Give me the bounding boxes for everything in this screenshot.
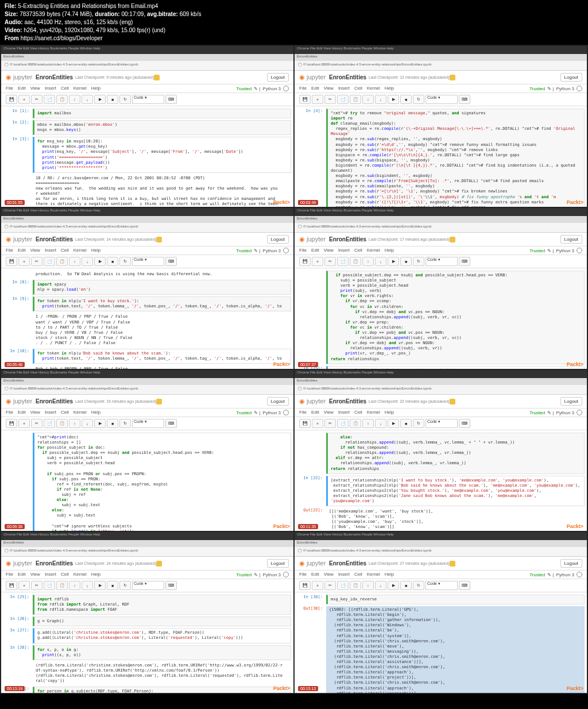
menu-file[interactable]: File	[6, 572, 13, 577]
add-cell-icon[interactable]: +	[312, 419, 323, 428]
up-icon[interactable]: ↑	[362, 419, 374, 428]
url-bar[interactable]: ◯ ⟳ localhost:8888/notebooks/video-4.5-e…	[295, 223, 587, 233]
stop-icon[interactable]: ■	[400, 95, 412, 104]
code-input[interactable]: [extract_relationships2(nlp('I want to b…	[326, 476, 585, 506]
up-icon[interactable]: ↑	[69, 419, 80, 428]
stop-icon[interactable]: ■	[400, 581, 412, 590]
down-icon[interactable]: ↓	[82, 257, 93, 266]
logout-button[interactable]: Logout	[560, 397, 582, 406]
logout-button[interactable]: Logout	[560, 73, 582, 82]
code-input[interactable]: import spacy nlp = spacy.load('en')	[33, 280, 291, 295]
save-icon[interactable]: 💾	[299, 419, 311, 428]
save-icon[interactable]: 💾	[6, 257, 17, 266]
menu-cell[interactable]: Cell	[61, 248, 69, 253]
menu-insert[interactable]: Insert	[338, 248, 350, 253]
cell-type-select[interactable]: Code ▾	[132, 581, 164, 590]
add-cell-icon[interactable]: +	[18, 419, 30, 428]
kernel-name[interactable]: Python 3	[262, 248, 281, 253]
code-cell[interactable]: In [15]:extract_relationships(nlp('I wan…	[297, 366, 585, 369]
menu-insert[interactable]: Insert	[45, 410, 56, 415]
up-icon[interactable]: ↑	[69, 257, 80, 266]
menu-help[interactable]: Help	[385, 572, 394, 577]
stop-icon[interactable]: ■	[400, 257, 412, 266]
cell-type-select[interactable]: Code ▾	[132, 419, 164, 428]
trusted-badge[interactable]: Trusted	[236, 248, 252, 253]
notebook-title[interactable]: EnronEntities	[329, 236, 366, 242]
add-cell-icon[interactable]: +	[312, 95, 323, 104]
browser-tabs[interactable]: EnronEntities	[295, 378, 587, 385]
paste-icon[interactable]: 📋	[350, 581, 361, 590]
cut-icon[interactable]: ✂	[324, 581, 336, 590]
menu-help[interactable]: Help	[91, 410, 100, 415]
browser-tabs[interactable]: EnronEntities	[1, 216, 293, 223]
menu-edit[interactable]: Edit	[18, 572, 26, 577]
restart-icon[interactable]: ↻	[119, 581, 131, 590]
run-icon[interactable]: ▶	[388, 419, 399, 428]
menu-kernel[interactable]: Kernel	[367, 86, 380, 91]
code-input[interactable]: for msg_key in msgs[10:20]: message = mb…	[33, 137, 291, 173]
menu-file[interactable]: File	[299, 86, 307, 91]
up-icon[interactable]: ↑	[69, 95, 80, 104]
menu-kernel[interactable]: Kernel	[74, 248, 87, 253]
copy-icon[interactable]: 📄	[44, 419, 55, 428]
browser-tabs[interactable]: EnronEntities	[295, 540, 587, 547]
add-cell-icon[interactable]: +	[312, 581, 323, 590]
code-cell[interactable]: In [9]:for token in nlp(u'I want to buy …	[3, 296, 291, 311]
down-icon[interactable]: ↓	[375, 95, 386, 104]
trusted-badge[interactable]: Trusted	[529, 572, 545, 577]
code-input[interactable]: "cmt"># try to remove "original message,…	[326, 109, 585, 207]
save-icon[interactable]: 💾	[6, 419, 17, 428]
menu-help[interactable]: Help	[91, 572, 100, 577]
stop-icon[interactable]: ■	[107, 95, 118, 104]
menu-help[interactable]: Help	[91, 248, 100, 253]
menu-kernel[interactable]: Kernel	[367, 572, 380, 577]
kernel-name[interactable]: Python 3	[556, 572, 574, 577]
restart-icon[interactable]: ↻	[413, 581, 424, 590]
code-cell[interactable]: In [26]:g = Graph()	[3, 616, 291, 626]
menu-view[interactable]: View	[324, 248, 334, 253]
menu-kernel[interactable]: Kernel	[367, 410, 380, 415]
menu-view[interactable]: View	[324, 86, 334, 91]
run-icon[interactable]: ▶	[94, 581, 106, 590]
menu-edit[interactable]: Edit	[311, 248, 319, 253]
save-icon[interactable]: 💾	[299, 581, 311, 590]
logout-button[interactable]: Logout	[267, 235, 289, 244]
menu-insert[interactable]: Insert	[338, 410, 350, 415]
command-palette-icon[interactable]: ⌨	[165, 95, 177, 104]
browser-tabs[interactable]: EnronEntities	[1, 54, 293, 61]
menu-cell[interactable]: Cell	[61, 410, 69, 415]
code-cell[interactable]: In [28]:for s, p, o in g: print((s, p, o…	[3, 645, 291, 660]
stop-icon[interactable]: ■	[107, 581, 118, 590]
add-cell-icon[interactable]: +	[18, 257, 30, 266]
paste-icon[interactable]: 📋	[56, 257, 68, 266]
code-input[interactable]: g.add((Literal('christine.stokes@enron.c…	[33, 628, 291, 643]
restart-icon[interactable]: ↻	[413, 95, 424, 104]
copy-icon[interactable]: 📄	[44, 257, 55, 266]
menu-view[interactable]: View	[324, 572, 334, 577]
run-icon[interactable]: ▶	[388, 581, 399, 590]
code-cell[interactable]: "cmt">#print(doc) relationships = [] for…	[3, 433, 291, 531]
kernel-name[interactable]: Python 3	[262, 86, 281, 91]
restart-icon[interactable]: ↻	[119, 419, 131, 428]
menu-edit[interactable]: Edit	[311, 410, 319, 415]
menu-kernel[interactable]: Kernel	[74, 86, 87, 91]
menu-file[interactable]: File	[6, 248, 13, 253]
kernel-name[interactable]: Python 3	[262, 572, 281, 577]
cell-type-select[interactable]: Code ▾	[132, 257, 164, 266]
code-cell[interactable]: In [3]:for msg_key in msgs[10:20]: messa…	[3, 137, 291, 173]
paste-icon[interactable]: 📋	[350, 419, 361, 428]
code-cell[interactable]: In [4]:"cmt"># try to remove "original m…	[297, 109, 585, 207]
down-icon[interactable]: ↓	[375, 419, 386, 428]
url-bar[interactable]: ◯ ⟳ localhost:8888/notebooks/video-4.5-e…	[1, 223, 293, 233]
cut-icon[interactable]: ✂	[31, 95, 42, 104]
menu-help[interactable]: Help	[385, 248, 394, 253]
paste-icon[interactable]: 📋	[56, 581, 68, 590]
save-icon[interactable]: 💾	[6, 95, 17, 104]
code-cell[interactable]: In [10]:for token in nlp(u'Bob said he k…	[3, 349, 291, 364]
url-bar[interactable]: ◯ ⟳ localhost:8888/notebooks/video-4.5-e…	[1, 547, 293, 557]
code-input[interactable]: if possible_subject.dep == nsubj and pos…	[326, 271, 585, 364]
cut-icon[interactable]: ✂	[324, 419, 336, 428]
restart-icon[interactable]: ↻	[413, 419, 424, 428]
code-cell[interactable]: In [29]:for person in g.subjects(RDF.typ…	[3, 687, 291, 693]
code-cell[interactable]: In [27]:g.add((Literal('christine.stokes…	[3, 628, 291, 643]
